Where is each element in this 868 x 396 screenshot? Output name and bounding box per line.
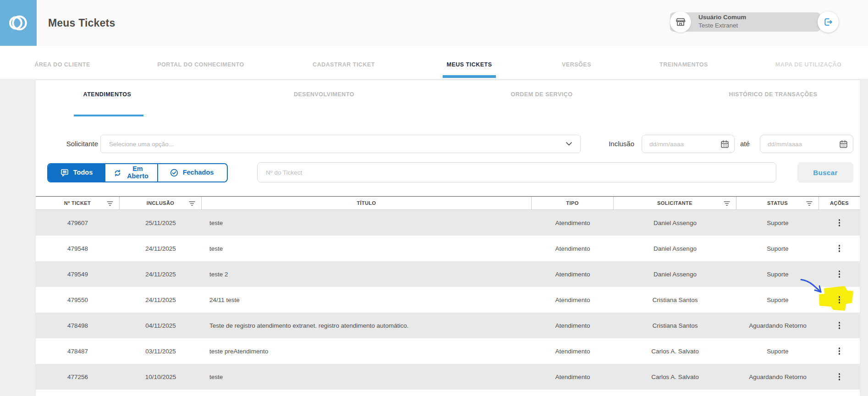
solicitante-label: Solicitante bbox=[54, 140, 98, 148]
main-navigation: ÁREA DO CLIENTEPORTAL DO CONHECIMENTOCAD… bbox=[0, 46, 868, 79]
em-aberto-label: Em Aberto bbox=[126, 165, 150, 180]
cell-status: Suporte bbox=[736, 220, 819, 226]
ate-label: até bbox=[740, 140, 750, 148]
cell-acoes bbox=[819, 294, 860, 306]
fechados-filter-button[interactable]: Fechados bbox=[157, 164, 225, 182]
table-header-row: Nº TICKETINCLUSÃOTÍTULOTIPOSOLICITANTEST… bbox=[36, 196, 860, 210]
kebab-menu-icon[interactable] bbox=[835, 242, 844, 254]
filter-lines-icon[interactable] bbox=[189, 201, 195, 206]
nav-item-meus-tickets[interactable]: MEUS TICKETS bbox=[446, 46, 492, 79]
kebab-menu-icon[interactable] bbox=[835, 345, 844, 357]
tab-desenvolvimento[interactable]: DESENVOLVIMENTO bbox=[294, 80, 354, 109]
filter-lines-icon[interactable] bbox=[806, 201, 813, 206]
cell-tipo: Atendimento bbox=[532, 271, 614, 278]
cell-status: Suporte bbox=[736, 271, 819, 278]
em-aberto-filter-button[interactable]: Em Aberto bbox=[104, 164, 157, 182]
nav-item-portal-do-conhecimento[interactable]: PORTAL DO CONHECIMENTO bbox=[157, 46, 244, 79]
kebab-menu-icon[interactable] bbox=[835, 217, 844, 229]
todos-label: Todos bbox=[73, 169, 93, 176]
cell-titulo: teste bbox=[202, 245, 532, 252]
nav-item-area-do-cliente[interactable]: ÁREA DO CLIENTE bbox=[34, 46, 90, 79]
cell-inclusao-date: 03/11/2025 bbox=[120, 348, 202, 355]
cell-solicitante: Cristiana Santos bbox=[614, 297, 736, 303]
check-circle-icon bbox=[170, 168, 179, 177]
tab-ordem-de-servico[interactable]: ORDEM DE SERVIÇO bbox=[511, 80, 573, 109]
kebab-menu-icon[interactable] bbox=[835, 294, 844, 306]
buscar-button[interactable]: Buscar bbox=[797, 162, 853, 182]
cell-solicitante: Cristiana Santos bbox=[614, 322, 736, 329]
column-header-acoes: AÇÕES bbox=[819, 197, 860, 209]
table-row: 47848703/11/2025teste preAtendimentoAten… bbox=[36, 338, 860, 364]
table-row: 47954824/11/2025testeAtendimentoDaniel A… bbox=[36, 236, 860, 261]
cell-acoes bbox=[819, 268, 860, 280]
todos-filter-button[interactable]: Todos bbox=[48, 164, 104, 182]
cell-ticket-number: 479550 bbox=[36, 297, 120, 303]
solicitante-select-placeholder: Selecione uma opção... bbox=[109, 141, 566, 148]
cell-acoes bbox=[819, 345, 860, 357]
app-header: Meus Tickets Usuário Comum Teste Extrane… bbox=[0, 0, 868, 46]
nav-item-mapa-de-utilizacao[interactable]: MAPA DE UTILIZAÇÃO bbox=[775, 46, 841, 79]
table-row: 47954924/11/2025teste 2AtendimentoDaniel… bbox=[36, 261, 860, 287]
cell-solicitante: Daniel Assengo bbox=[614, 271, 736, 278]
cell-inclusao-date: 24/11/2025 bbox=[120, 271, 202, 278]
cell-tipo: Atendimento bbox=[532, 348, 614, 355]
column-header-label: STATUS bbox=[767, 200, 788, 206]
kebab-menu-icon[interactable] bbox=[835, 319, 844, 331]
cell-status: Suporte bbox=[736, 245, 819, 252]
column-header-label: SOLICITANTE bbox=[657, 200, 692, 206]
calendar-icon[interactable] bbox=[839, 140, 848, 148]
cell-tipo: Atendimento bbox=[532, 322, 614, 329]
ticket-number-input[interactable] bbox=[258, 163, 776, 182]
cell-ticket-number: 479548 bbox=[36, 245, 120, 252]
active-tab-underline bbox=[74, 115, 143, 116]
user-organization: Teste Extranet bbox=[698, 22, 746, 29]
kebab-menu-icon[interactable] bbox=[835, 371, 844, 383]
kebab-menu-icon[interactable] bbox=[835, 268, 844, 280]
column-header-label: TÍTULO bbox=[357, 200, 376, 206]
column-header-n-ticket: Nº TICKET bbox=[36, 197, 120, 209]
cell-titulo: teste 2 bbox=[202, 271, 532, 278]
tab-historico-de-transacoes[interactable]: HISTÓRICO DE TRANSAÇÕES bbox=[729, 80, 818, 109]
nav-item-versoes[interactable]: VERSÕES bbox=[562, 46, 591, 79]
table-row: 47960725/11/2025testeAtendimentoDaniel A… bbox=[36, 210, 860, 236]
cell-status: Aguardando Retorno bbox=[736, 322, 819, 329]
status-filter-group: Todos Em Aberto Fechados bbox=[47, 163, 228, 182]
cell-titulo: 24/11 teste bbox=[202, 297, 532, 303]
table-row: 47725610/10/2025testeAtendimentoCarlos A… bbox=[36, 364, 860, 390]
user-name: Usuário Comum bbox=[698, 14, 746, 21]
ticket-number-field bbox=[257, 162, 776, 182]
cell-titulo: teste preAtendimento bbox=[202, 348, 532, 355]
sync-icon bbox=[113, 169, 122, 177]
cell-inclusao-date: 10/10/2025 bbox=[120, 374, 202, 380]
calendar-icon[interactable] bbox=[720, 140, 729, 148]
cell-inclusao-date: 24/11/2025 bbox=[120, 297, 202, 303]
column-header-inclusao: INCLUSÃO bbox=[120, 197, 202, 209]
cell-solicitante: Carlos A. Salvato bbox=[614, 374, 736, 380]
cell-solicitante: Carlos A. Salvato bbox=[614, 348, 736, 355]
cell-titulo: teste bbox=[202, 220, 532, 226]
double-circle-logo-icon bbox=[7, 13, 29, 33]
cell-inclusao-date: 04/11/2025 bbox=[120, 322, 202, 329]
table-row: 47849804/11/2025Teste de registro atendi… bbox=[36, 313, 860, 338]
column-header-status: STATUS bbox=[736, 197, 819, 209]
storefront-icon bbox=[675, 16, 686, 28]
logout-button[interactable] bbox=[818, 11, 839, 33]
date-to-field bbox=[760, 135, 853, 153]
cell-inclusao-date: 24/11/2025 bbox=[120, 245, 202, 252]
nav-item-treinamentos[interactable]: TREINAMENTOS bbox=[659, 46, 708, 79]
filter-lines-icon[interactable] bbox=[107, 201, 113, 206]
tab-atendimentos[interactable]: ATENDIMENTOS bbox=[83, 80, 132, 109]
cell-ticket-number: 478498 bbox=[36, 322, 120, 329]
filter-lines-icon[interactable] bbox=[724, 201, 730, 206]
nav-item-cadastrar-ticket[interactable]: CADASTRAR TICKET bbox=[313, 46, 375, 79]
cell-inclusao-date: 25/11/2025 bbox=[120, 220, 202, 226]
logout-icon bbox=[823, 16, 834, 28]
cell-ticket-number: 477256 bbox=[36, 374, 120, 380]
solicitante-select[interactable]: Selecione uma opção... bbox=[100, 135, 581, 153]
cell-tipo: Atendimento bbox=[532, 374, 614, 380]
column-header-label: Nº TICKET bbox=[64, 200, 91, 206]
cell-status: Suporte bbox=[736, 297, 819, 303]
tickets-table: Nº TICKETINCLUSÃOTÍTULOTIPOSOLICITANTEST… bbox=[36, 196, 860, 390]
column-header-titulo: TÍTULO bbox=[202, 197, 532, 209]
avatar bbox=[670, 11, 691, 33]
